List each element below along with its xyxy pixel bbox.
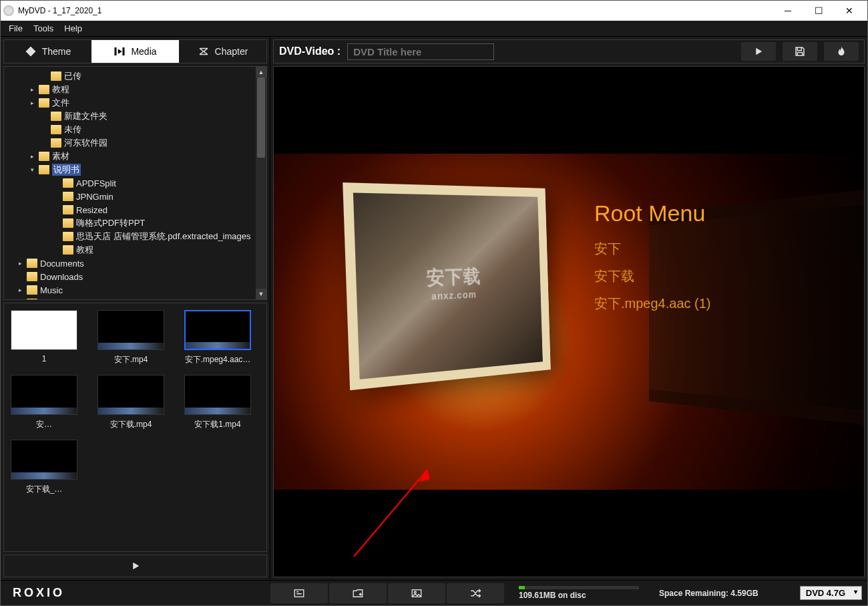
expand-arrow-icon[interactable] — [40, 140, 48, 146]
shuffle-button[interactable] — [447, 583, 504, 603]
expand-arrow-icon[interactable] — [40, 126, 48, 133]
brand-logo: ROXIO — [1, 586, 270, 600]
tree-item[interactable]: 河东软件园 — [4, 136, 256, 150]
tree-item[interactable]: ▾说明书 — [4, 163, 256, 176]
menu-item[interactable]: 安下.mpeg4.aac (1) — [594, 295, 711, 313]
tree-item[interactable]: ▸Documents — [4, 257, 256, 270]
tab-chapter-label: Chapter — [215, 46, 248, 57]
tree-item[interactable]: Downloads — [4, 270, 256, 283]
tree-item-label: 文件 — [52, 97, 69, 109]
title-bar: MyDVD - 1_17_2020_1 ─ ☐ ✕ — [1, 1, 867, 21]
scroll-down-icon[interactable]: ▼ — [256, 289, 266, 299]
tab-chapter[interactable]: Chapter — [179, 40, 266, 63]
expand-arrow-icon[interactable] — [52, 247, 60, 253]
tree-item[interactable]: ▸Pictures — [4, 297, 256, 299]
tree-item-label: Resized — [76, 205, 107, 215]
thumbnail-item[interactable]: 安… — [11, 375, 77, 430]
add-media-button[interactable] — [329, 583, 387, 603]
tree-item-label: 嗨格式PDF转PPT — [76, 217, 145, 229]
dvd-menu-preview[interactable]: 安下载 anxz.com Root Menu 安下 安下载 安下.mpeg4.a… — [273, 66, 865, 577]
tree-item[interactable]: ▸Music — [4, 283, 256, 297]
tree-item[interactable]: 思迅天店 店铺管理系统.pdf.extracted_images — [4, 230, 256, 243]
expand-arrow-icon[interactable] — [52, 220, 60, 226]
folder-icon — [39, 152, 49, 161]
theme-icon — [25, 45, 37, 57]
expand-arrow-icon[interactable]: ▾ — [28, 166, 36, 173]
menu-tools[interactable]: Tools — [28, 21, 59, 37]
menu-item[interactable]: 安下载 — [594, 267, 711, 285]
tree-item[interactable]: ▸教程 — [4, 83, 256, 96]
image-button[interactable] — [388, 583, 445, 603]
menu-file[interactable]: File — [3, 21, 28, 37]
expand-arrow-icon[interactable]: ▸ — [16, 260, 24, 267]
app-icon — [3, 5, 14, 16]
expand-arrow-icon[interactable] — [40, 113, 48, 120]
tree-scrollbar[interactable]: ▲ ▼ — [256, 67, 266, 299]
thumbnail-item[interactable]: 安下.mp4 — [97, 310, 164, 365]
tree-item[interactable]: 嗨格式PDF转PPT — [4, 216, 256, 230]
tab-media[interactable]: Media — [91, 40, 179, 63]
watermark: 安下载 anxz.com — [425, 264, 481, 302]
tab-theme-label: Theme — [42, 46, 71, 57]
tree-item[interactable]: 已传 — [4, 69, 256, 83]
expand-arrow-icon[interactable] — [52, 233, 60, 240]
tree-item-label: JPNGmin — [76, 192, 114, 202]
tree-item[interactable]: 未传 — [4, 123, 256, 136]
tab-theme[interactable]: Theme — [4, 40, 91, 63]
media-thumbnails: 1安下.mp4安下.mpeg4.aac…安…安下载.mp4安下载1.mp4安下载… — [3, 303, 267, 552]
menu-item[interactable]: 安下 — [594, 240, 711, 258]
tree-item[interactable]: Resized — [4, 203, 256, 216]
tree-item[interactable]: 新建文件夹 — [4, 110, 256, 123]
expand-arrow-icon[interactable]: ▸ — [28, 153, 36, 160]
tree-item-label: 素材 — [52, 150, 69, 162]
expand-arrow-icon[interactable] — [52, 193, 60, 200]
disc-type-select[interactable]: DVD 4.7G — [800, 586, 862, 600]
scroll-up-icon[interactable]: ▲ — [256, 67, 266, 78]
media-icon — [114, 45, 126, 57]
preview-play-bar[interactable] — [3, 555, 267, 577]
thumbnail-item[interactable]: 1 — [11, 310, 77, 365]
maximize-button[interactable]: ☐ — [803, 1, 834, 21]
save-button[interactable] — [783, 42, 817, 61]
thumbnail-item[interactable]: 安下载_… — [11, 440, 77, 495]
menu-thumbnail-frame: 安下载 anxz.com — [343, 182, 551, 390]
tree-item-label: 思迅天店 店铺管理系统.pdf.extracted_images — [76, 231, 251, 243]
menu-help[interactable]: Help — [59, 21, 87, 37]
tree-item-label: Documents — [40, 259, 84, 269]
tree-item-label: 说明书 — [52, 164, 81, 176]
expand-arrow-icon[interactable] — [52, 206, 60, 213]
tree-item-label: 新建文件夹 — [64, 110, 107, 122]
close-button[interactable]: ✕ — [834, 1, 865, 21]
tree-item[interactable]: APDFSplit — [4, 176, 256, 190]
edit-text-button[interactable] — [270, 583, 328, 603]
tree-item[interactable]: 教程 — [4, 243, 256, 257]
expand-arrow-icon[interactable]: ▸ — [28, 100, 36, 106]
dvd-title-input[interactable] — [347, 43, 494, 60]
folder-icon — [39, 98, 49, 108]
thumbnail-preview — [11, 375, 77, 415]
folder-icon — [39, 85, 49, 94]
minimize-button[interactable]: ─ — [773, 1, 803, 21]
thumbnail-preview — [97, 375, 164, 415]
thumbnail-item[interactable]: 安下.mpeg4.aac… — [184, 310, 251, 365]
thumbnail-preview — [97, 310, 164, 350]
disc-usage-meter: 109.61MB on disc — [519, 586, 639, 600]
folder-icon — [63, 205, 73, 214]
menu-text-block: Root Menu 安下 安下载 安下.mpeg4.aac (1) — [594, 200, 711, 322]
folder-tree[interactable]: 已传▸教程▸文件 新建文件夹 未传 河东软件园▸素材▾说明书 APDFSplit… — [3, 66, 267, 300]
tree-item[interactable]: ▸素材 — [4, 150, 256, 163]
expand-arrow-icon[interactable] — [16, 273, 24, 280]
tree-item-label: APDFSplit — [76, 178, 116, 188]
expand-arrow-icon[interactable]: ▸ — [16, 287, 24, 293]
expand-arrow-icon[interactable] — [52, 180, 60, 186]
thumbnail-item[interactable]: 安下载1.mp4 — [184, 375, 251, 430]
tree-item[interactable]: JPNGmin — [4, 190, 256, 203]
scroll-thumb[interactable] — [257, 78, 265, 158]
preview-play-button[interactable] — [741, 42, 776, 61]
burn-button[interactable] — [824, 42, 859, 61]
tree-item[interactable]: ▸文件 — [4, 96, 256, 110]
thumbnail-item[interactable]: 安下载.mp4 — [97, 375, 164, 430]
expand-arrow-icon[interactable]: ▸ — [28, 86, 36, 93]
tree-item-label: 河东软件园 — [64, 137, 107, 149]
expand-arrow-icon[interactable] — [40, 73, 48, 80]
